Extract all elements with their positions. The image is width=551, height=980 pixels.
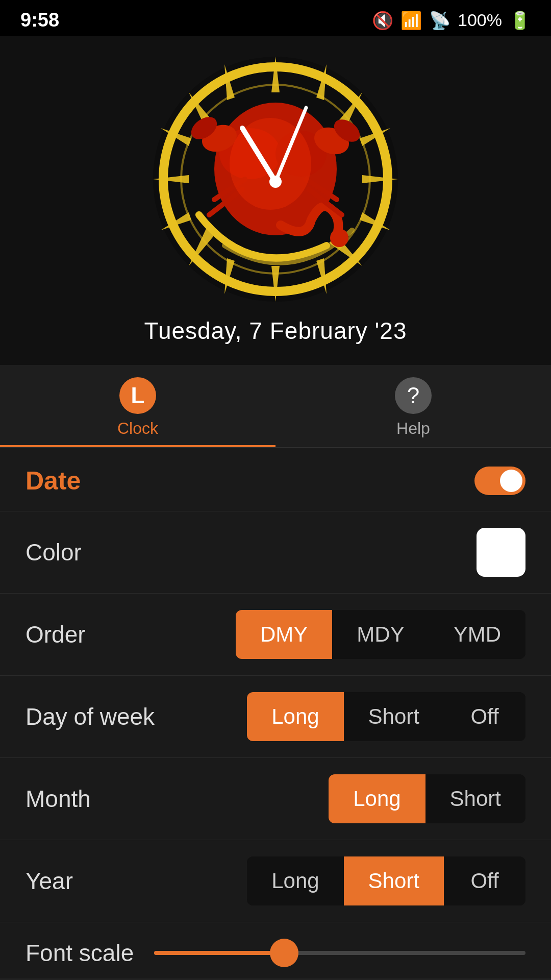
order-label: Order [26, 621, 86, 648]
mute-icon: 🔇 [372, 10, 393, 31]
slider-thumb[interactable] [270, 939, 298, 967]
year-off-btn[interactable]: Off [444, 856, 525, 905]
font-scale-slider[interactable] [154, 938, 525, 968]
svg-point-34 [269, 176, 282, 188]
year-long-btn[interactable]: Long [247, 856, 343, 905]
slider-track [154, 951, 525, 955]
font-scale-row: Font scale [0, 922, 551, 978]
font-scale-label: Font scale [26, 939, 134, 967]
help-tab-icon: ? [395, 377, 432, 414]
order-row: Order DMY MDY YMD [0, 593, 551, 675]
wifi-icon: 📶 [400, 10, 422, 31]
svg-point-26 [330, 229, 348, 247]
day-of-week-label: Day of week [26, 703, 155, 730]
clock-date-display: Tuesday, 7 February '23 [144, 317, 407, 345]
date-toggle[interactable] [474, 467, 525, 495]
color-swatch[interactable] [477, 528, 525, 577]
month-row: Month Long Short [0, 757, 551, 840]
dow-off-btn[interactable]: Off [444, 692, 525, 741]
year-segment: Long Short Off [247, 856, 525, 905]
settings-panel: Date Color Order DMY MDY YMD Day of week… [0, 448, 551, 978]
clock-tab-icon: L [119, 377, 156, 414]
year-short-btn[interactable]: Short [344, 856, 444, 905]
tab-clock[interactable]: L Clock [0, 365, 276, 447]
status-time: 9:58 [20, 9, 59, 31]
color-row: Color [0, 511, 551, 593]
order-ymd-btn[interactable]: YMD [429, 610, 525, 659]
signal-icon: 📡 [429, 10, 450, 31]
slider-fill [154, 951, 284, 955]
dow-long-btn[interactable]: Long [247, 692, 343, 741]
order-segment: DMY MDY YMD [236, 610, 525, 659]
tab-help[interactable]: ? Help [276, 365, 551, 447]
dow-short-btn[interactable]: Short [344, 692, 444, 741]
month-label: Month [26, 785, 91, 813]
battery-icon: 🔋 [509, 10, 531, 31]
status-bar: 9:58 🔇 📶 📡 100% 🔋 [0, 0, 551, 36]
order-dmy-btn[interactable]: DMY [236, 610, 332, 659]
status-icons: 🔇 📶 📡 100% 🔋 [372, 10, 531, 31]
day-of-week-row: Day of week Long Short Off [0, 675, 551, 757]
battery-label: 100% [458, 10, 502, 30]
month-short-btn[interactable]: Short [425, 774, 525, 823]
date-section-title: Date [26, 466, 81, 496]
clock-face [148, 52, 403, 307]
order-mdy-btn[interactable]: MDY [332, 610, 429, 659]
day-of-week-segment: Long Short Off [247, 692, 525, 741]
color-label: Color [26, 538, 82, 566]
year-label: Year [26, 867, 73, 895]
month-segment: Long Short [329, 774, 525, 823]
year-row: Year Long Short Off [0, 840, 551, 922]
date-section-header: Date [0, 448, 551, 511]
clock-tab-label: Clock [117, 419, 158, 438]
clock-area: Tuesday, 7 February '23 [0, 36, 551, 365]
help-tab-label: Help [396, 419, 430, 438]
tab-bar: L Clock ? Help [0, 365, 551, 448]
month-long-btn[interactable]: Long [329, 774, 425, 823]
